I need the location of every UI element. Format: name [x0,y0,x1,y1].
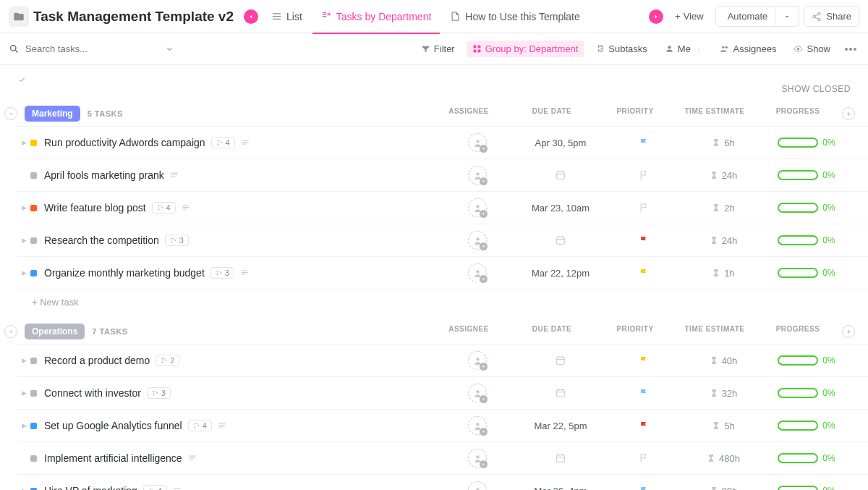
assignee-placeholder[interactable] [468,133,487,152]
assignee-placeholder[interactable] [468,166,487,185]
assignee-placeholder[interactable] [468,263,487,282]
task-name[interactable]: Run productivity Adwords campaign [44,137,205,148]
task-name[interactable]: Record a product demo [44,355,150,366]
assignee-placeholder[interactable] [468,416,487,435]
subtasks-button[interactable]: Subtasks [590,41,652,57]
subtask-count-badge[interactable]: 3 [165,235,189,246]
show-closed-button[interactable]: SHOW CLOSED [0,65,868,101]
expand-caret[interactable]: ▶ [17,422,30,429]
priority-flag-icon[interactable] [639,235,650,246]
calendar-icon[interactable] [555,355,566,366]
assignee-placeholder[interactable] [468,231,487,250]
group-collapse[interactable] [4,107,17,120]
group-badge[interactable]: Marketing [25,106,80,122]
priority-flag-icon[interactable] [639,421,650,431]
task-name[interactable]: Implement artificial intelligence [44,452,182,464]
task-name[interactable]: Write feature blog post [44,202,146,214]
group-by-button[interactable]: Group by: Department [467,41,584,57]
folder-icon[interactable] [9,7,29,27]
status-dot[interactable] [30,172,37,179]
task-row[interactable]: ▶ Connect with investor 3 32h 0% [17,376,868,409]
progress-bar[interactable] [778,170,818,180]
subtask-count-badge[interactable]: 4 [211,137,235,148]
filter-button[interactable]: Filter [415,41,461,57]
progress-bar[interactable] [778,453,818,463]
time-estimate[interactable]: 80h [710,486,738,491]
subtask-count-badge[interactable]: 4 [152,202,176,214]
tab-tasks-by-department[interactable]: Tasks by Department [312,7,441,27]
more-button[interactable] [842,45,859,54]
task-name[interactable]: Organize monthly marketing budget [44,267,205,279]
priority-flag-icon[interactable] [639,453,650,464]
subtask-count-badge[interactable]: 4 [188,420,212,431]
expand-caret[interactable]: ▶ [17,237,30,244]
priority-flag-icon[interactable] [639,203,650,214]
column-progress[interactable]: PROGRESS [758,107,838,120]
time-estimate[interactable]: 24h [710,170,738,181]
assignee-placeholder[interactable] [468,449,487,468]
task-row[interactable]: April fools marketing prank 24h 0% [17,159,868,191]
task-row[interactable]: Implement artificial intelligence 480h 0… [17,442,868,474]
progress-bar[interactable] [778,421,818,431]
automate-button[interactable]: Automate [715,6,800,27]
nav-prev-button[interactable] [244,9,258,24]
time-estimate[interactable]: 480h [707,453,740,464]
progress-bar[interactable] [778,388,818,398]
subtask-count-badge[interactable]: 2 [156,355,179,366]
calendar-icon[interactable] [555,169,566,181]
task-row[interactable]: ▶ Hire VP of marketing 4 Mar 26, 4pm 80h… [17,474,868,490]
group-collapse[interactable] [4,325,17,338]
search-input[interactable] [25,43,127,54]
priority-flag-icon[interactable] [639,170,650,181]
progress-bar[interactable] [778,138,818,148]
column-time-estimate[interactable]: TIME ESTIMATE [671,325,758,338]
status-dot[interactable] [30,488,37,491]
priority-flag-icon[interactable] [639,355,650,366]
expand-caret[interactable]: ▶ [17,487,30,490]
assignee-placeholder[interactable] [468,351,487,370]
add-column-button[interactable] [842,325,855,338]
tab-list[interactable]: List [263,7,311,27]
task-name[interactable]: Research the competition [44,235,159,246]
column-time-estimate[interactable]: TIME ESTIMATE [671,107,758,120]
automate-dropdown[interactable] [775,7,799,26]
tab-howto[interactable]: How to Use this Template [441,7,588,27]
calendar-icon[interactable] [555,452,566,464]
status-dot[interactable] [30,358,37,364]
expand-caret[interactable]: ▶ [17,389,30,397]
task-row[interactable]: ▶ Write feature blog post 4 Mar 23, 10am… [17,191,868,224]
nav-next-button[interactable] [649,9,663,24]
assignee-placeholder[interactable] [468,384,487,402]
me-button[interactable]: Me· [659,41,709,57]
priority-flag-icon[interactable] [639,486,650,491]
assignees-button[interactable]: Assignees [714,41,782,57]
time-estimate[interactable]: 40h [710,355,738,366]
subtask-count-badge[interactable]: 4 [143,485,167,490]
progress-bar[interactable] [778,235,818,245]
status-dot[interactable] [30,423,37,429]
task-name[interactable]: Hire VP of marketing [44,485,137,490]
task-name[interactable]: Connect with investor [44,387,141,399]
task-row[interactable]: ▶ Set up Google Analytics funnel 4 Mar 2… [17,409,868,442]
calendar-icon[interactable] [555,387,566,399]
assignee-placeholder[interactable] [468,198,487,217]
assignee-placeholder[interactable] [468,481,487,490]
expand-caret[interactable]: ▶ [17,269,30,276]
show-button[interactable]: Show [788,41,836,57]
expand-caret[interactable]: ▶ [17,139,30,146]
column-due-date[interactable]: DUE DATE [505,107,599,120]
time-estimate[interactable]: 24h [710,235,738,246]
task-row[interactable]: ▶ Organize monthly marketing budget 3 Ma… [17,256,868,289]
status-dot[interactable] [30,205,37,211]
column-priority[interactable]: PRIORITY [599,107,671,120]
task-row[interactable]: ▶ Run productivity Adwords campaign 4 Ap… [17,126,868,159]
expand-caret[interactable]: ▶ [17,204,30,211]
status-dot[interactable] [30,390,37,397]
column-assignee[interactable]: ASSIGNEE [433,107,505,120]
priority-flag-icon[interactable] [639,388,650,399]
status-dot[interactable] [30,237,37,244]
progress-bar[interactable] [778,355,818,366]
progress-bar[interactable] [778,268,818,278]
priority-flag-icon[interactable] [639,268,650,279]
status-dot[interactable] [30,270,37,276]
